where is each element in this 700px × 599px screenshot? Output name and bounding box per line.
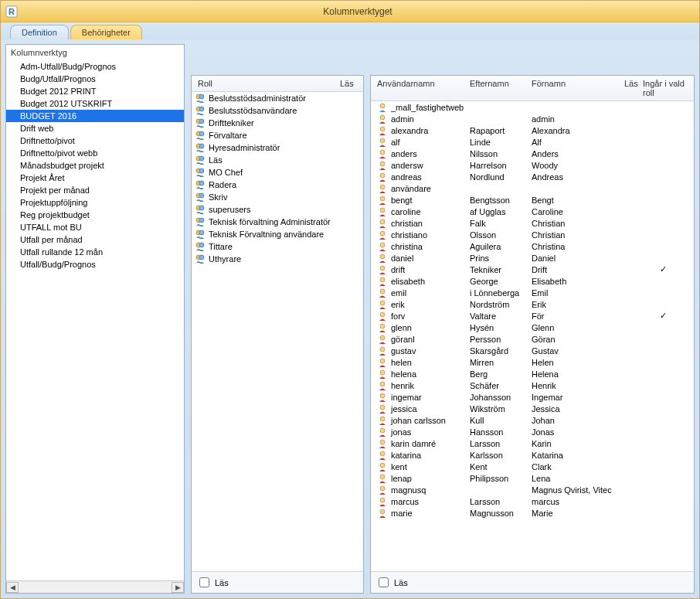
user-row[interactable]: kentKentClark	[371, 461, 694, 472]
column-tool-item[interactable]: Projekt per månad	[6, 184, 184, 196]
user-row[interactable]: gustavSkarsgårdGustav	[371, 345, 694, 356]
user-row[interactable]: johan carlssonKullJohan	[371, 414, 694, 426]
user-row[interactable]: christianFalkChristian	[371, 217, 694, 229]
role-row[interactable]: Läs	[192, 154, 363, 166]
role-row[interactable]: Tittare	[192, 240, 363, 253]
user-row[interactable]: driftTeknikerDrift✓	[371, 264, 694, 275]
role-row[interactable]: MO Chef	[192, 166, 363, 179]
user-icon	[377, 253, 388, 264]
user-row[interactable]: användare	[371, 182, 694, 194]
user-row[interactable]: adminadmin	[371, 113, 694, 124]
role-row[interactable]: Förvaltare	[192, 129, 363, 141]
role-row[interactable]: Uthyrare	[192, 253, 363, 265]
users-group-icon	[195, 204, 206, 215]
column-header-las[interactable]: Läs	[337, 79, 360, 88]
users-panel: Användarnamn Efternamn Förnamn Läs Ingår…	[370, 75, 695, 594]
user-row[interactable]: elisabethGeorgeElisabeth	[371, 275, 694, 287]
column-header-roll[interactable]: Roll	[195, 79, 337, 88]
user-row[interactable]: emili LönnebergaEmil	[371, 287, 694, 298]
user-firstname-cell: Woody	[528, 161, 621, 170]
user-firstname-cell: marcus	[528, 497, 621, 506]
user-row[interactable]: marieMagnussonMarie	[371, 507, 694, 519]
user-icon	[377, 264, 388, 275]
role-name: Tittare	[209, 242, 233, 251]
role-row[interactable]: Skriv	[192, 191, 363, 203]
user-username-cell: jonas	[374, 427, 467, 437]
user-row[interactable]: erikNordströmErik	[371, 298, 694, 310]
column-tool-item[interactable]: Månadsbudget projekt	[6, 159, 184, 172]
user-row[interactable]: christinaAguileraChristina	[371, 240, 694, 252]
user-row[interactable]: helenMirrenHelen	[371, 356, 694, 368]
user-row[interactable]: bengtBengtssonBengt	[371, 194, 694, 206]
user-row[interactable]: jessicaWikströmJessica	[371, 403, 694, 414]
user-row[interactable]: göranlPerssonGöran	[371, 333, 694, 345]
column-header-lastname[interactable]: Efternamn	[467, 79, 528, 97]
column-tool-item[interactable]: Driftnetto/pivot webb	[6, 147, 184, 159]
content-area: Kolumnverktyg Adm-Utfall/Budg/PrognosBud…	[1, 39, 699, 598]
column-tool-item[interactable]: Adm-Utfall/Budg/Prognos	[6, 60, 184, 73]
column-header-username[interactable]: Användarnamn	[374, 79, 467, 97]
user-row[interactable]: anderswHarrelsonWoody	[371, 159, 694, 171]
user-row[interactable]: alexandraRapaportAlexandra	[371, 124, 694, 136]
user-row[interactable]: alfLindeAlf	[371, 136, 694, 148]
user-row[interactable]: helenaBergHelena	[371, 368, 694, 379]
role-row[interactable]: Teknisk Förvaltning användare	[192, 228, 363, 240]
column-tool-item[interactable]: Projekt Året	[6, 172, 184, 184]
column-tool-item[interactable]: UTFALL mot BU	[6, 221, 184, 233]
tab-definition[interactable]: Definition	[10, 25, 69, 39]
column-tool-item[interactable]: Utfall rullande 12 mån	[6, 246, 184, 258]
role-row[interactable]: Beslutsstödsadministratör	[192, 92, 363, 104]
role-row[interactable]: Drifttekniker	[192, 117, 363, 129]
role-row[interactable]: Teknisk förvaltning Administratör	[192, 216, 363, 228]
user-row[interactable]: christianoOlssonChristian	[371, 229, 694, 240]
column-tool-item[interactable]: Drift web	[6, 122, 184, 134]
role-row[interactable]: Radera	[192, 179, 363, 191]
column-header-firstname[interactable]: Förnamn	[528, 79, 621, 97]
user-row[interactable]: andreasNordlundAndreas	[371, 171, 694, 182]
scroll-right-arrow[interactable]: ▶	[172, 582, 184, 593]
roles-list[interactable]: BeslutsstödsadministratörBeslutsstödsanv…	[192, 92, 363, 571]
user-row[interactable]: marcusLarssonmarcus	[371, 495, 694, 507]
user-row[interactable]: andersNilssonAnders	[371, 148, 694, 159]
user-row[interactable]: _mall_fastighetweb	[371, 101, 694, 113]
user-row[interactable]: forvValtareFör✓	[371, 310, 694, 322]
users-table[interactable]: _mall_fastighetwebadminadminalexandraRap…	[371, 101, 694, 571]
role-row[interactable]: Hyresadministratör	[192, 141, 363, 154]
user-row[interactable]: lenapPhilipssonLena	[371, 472, 694, 484]
column-tool-item[interactable]: Utfall per månad	[6, 233, 184, 246]
role-row[interactable]: superusers	[192, 203, 363, 216]
scroll-left-arrow[interactable]: ◀	[6, 582, 19, 593]
column-tool-item[interactable]: Projektuppföljning	[6, 196, 184, 209]
users-las-checkbox[interactable]	[379, 577, 389, 587]
column-header-ingar[interactable]: Ingår i vald roll	[640, 79, 691, 97]
user-row[interactable]: danielPrinsDaniel	[371, 252, 694, 264]
left-horizontal-scrollbar[interactable]: ◀ ▶	[6, 580, 184, 593]
tab-behörigheter[interactable]: Behörigheter	[70, 25, 142, 39]
users-footer: Läs	[371, 571, 694, 593]
user-lastname-cell: Larsson	[467, 439, 528, 448]
column-tool-item[interactable]: Budget 2012 PRINT	[6, 85, 184, 97]
user-row[interactable]: carolineaf UgglasCaroline	[371, 206, 694, 217]
column-tool-item[interactable]: Reg projektbudget	[6, 209, 184, 221]
user-row[interactable]: henrikSchäferHenrik	[371, 379, 694, 391]
user-firstname-cell: Anders	[528, 149, 621, 158]
user-row[interactable]: katarinaKarlssonKatarina	[371, 449, 694, 461]
column-tool-item[interactable]: Driftnetto/pivot	[6, 134, 184, 147]
user-lastname-cell: George	[467, 277, 528, 286]
user-row[interactable]: jonasHanssonJonas	[371, 426, 694, 437]
roles-las-checkbox[interactable]	[199, 577, 209, 587]
role-row[interactable]: Beslutsstödsanvändare	[192, 104, 363, 117]
column-tool-item[interactable]: Budg/Utfall/Prognos	[6, 73, 184, 85]
user-row[interactable]: karin damréLarssonKarin	[371, 437, 694, 449]
column-tools-list[interactable]: Adm-Utfall/Budg/PrognosBudg/Utfall/Progn…	[6, 60, 184, 580]
column-tool-item[interactable]: Utfall/Budg/Prognos	[6, 258, 184, 271]
role-name: Förvaltare	[209, 131, 247, 140]
column-tool-item[interactable]: Budget 2012 UTSKRIFT	[6, 97, 184, 110]
column-header-las[interactable]: Läs	[621, 79, 640, 97]
user-icon	[377, 392, 388, 403]
user-row[interactable]: glennHysénGlenn	[371, 322, 694, 333]
user-firstname-cell: Emil	[528, 288, 621, 298]
column-tool-item[interactable]: BUDGET 2016	[6, 110, 184, 122]
user-row[interactable]: magnusqMagnus Qvirist, Vitec	[371, 484, 694, 495]
user-row[interactable]: ingemarJohanssonIngemar	[371, 391, 694, 403]
